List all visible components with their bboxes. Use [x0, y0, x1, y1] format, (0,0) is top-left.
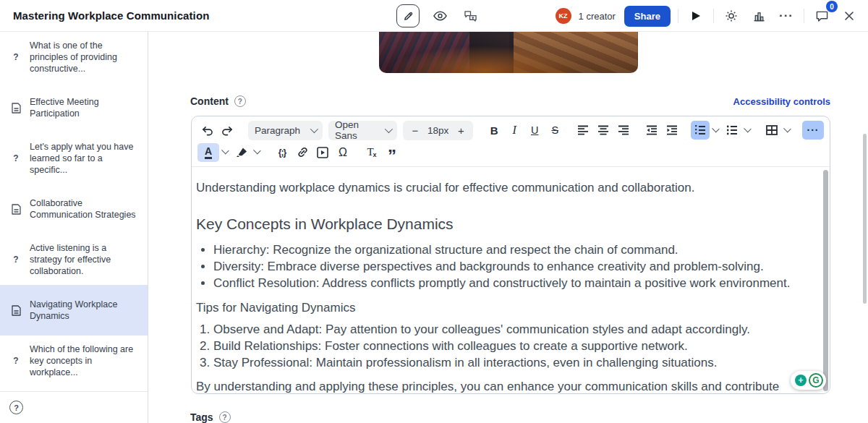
- indent-button[interactable]: [663, 121, 681, 140]
- sidebar-item-question-3[interactable]: ? Active listening is a strategy for eff…: [0, 234, 148, 285]
- ordered-list-button[interactable]: [691, 121, 710, 140]
- table-button[interactable]: [762, 121, 781, 140]
- editor-scrollbar[interactable]: [823, 170, 828, 391]
- paragraph-style-dropdown[interactable]: Paragraph: [248, 121, 323, 140]
- underline-button[interactable]: U: [525, 121, 544, 140]
- insert-media-button[interactable]: [313, 143, 332, 162]
- top-bar: Mastering Workplace Communication: [0, 0, 868, 32]
- creators-label: 1 creator: [579, 11, 616, 22]
- settings-button[interactable]: [721, 6, 741, 26]
- code-icon: {;}: [278, 148, 286, 158]
- toolbar-more-button[interactable]: ···: [802, 121, 824, 140]
- font-size-value: 18px: [423, 125, 453, 136]
- special-char-button[interactable]: Ω: [333, 143, 352, 162]
- sidebar-item-question-1[interactable]: ? What is one of the principles of provi…: [0, 32, 148, 82]
- more-options-button[interactable]: ···: [776, 6, 796, 26]
- strikethrough-icon: S: [551, 124, 558, 136]
- share-button[interactable]: Share: [624, 6, 671, 27]
- align-left-button[interactable]: [574, 121, 592, 140]
- bold-button[interactable]: B: [485, 121, 503, 140]
- paragraph: Understanding workplace dynamics is cruc…: [196, 179, 811, 196]
- document-icon: [10, 204, 22, 215]
- strikethrough-button[interactable]: S: [545, 121, 564, 140]
- tags-help-icon[interactable]: ?: [219, 411, 231, 423]
- text-color-icon: A: [205, 146, 212, 159]
- analytics-button[interactable]: [749, 6, 769, 26]
- outdent-icon: [646, 125, 658, 135]
- content-help-icon[interactable]: ?: [234, 95, 246, 107]
- outdent-button[interactable]: [642, 121, 661, 140]
- insert-link-button[interactable]: [293, 143, 312, 162]
- play-icon: [692, 12, 700, 20]
- question-icon: ?: [10, 255, 22, 265]
- paragraph: By understanding and applying these prin…: [196, 378, 811, 394]
- edit-mode-button[interactable]: [396, 4, 420, 27]
- comments-count-badge: 0: [826, 1, 838, 12]
- sidebar-item-lesson-1[interactable]: Effective Meeting Participation: [0, 82, 148, 133]
- grammarly-widget[interactable]: + G: [791, 371, 826, 390]
- document-icon: [10, 103, 22, 114]
- code-sample-button[interactable]: {;}: [273, 143, 292, 162]
- align-right-icon: [618, 125, 629, 135]
- accessibility-controls-link[interactable]: Accessibility controls: [733, 96, 830, 107]
- font-family-dropdown[interactable]: Open Sans: [328, 121, 397, 140]
- sidebar-item-question-2[interactable]: ? Let's apply what you have learned so f…: [0, 133, 148, 184]
- chat-bubble-icon: [815, 10, 829, 22]
- sidebar-item-label: What is one of the principles of providi…: [30, 40, 139, 74]
- rich-text-editor: Paragraph Open Sans − 18px + B I U S: [191, 116, 830, 394]
- blockquote-button[interactable]: ”: [383, 143, 401, 162]
- highlight-color-chevron[interactable]: [253, 147, 261, 155]
- video-icon: [317, 147, 328, 158]
- italic-button[interactable]: I: [505, 121, 524, 140]
- play-preview-button[interactable]: [686, 6, 706, 26]
- quote-icon: ”: [388, 145, 396, 160]
- ordered-list-chevron[interactable]: [712, 124, 720, 132]
- lesson-cover-image[interactable]: [379, 32, 638, 73]
- sidebar-footer: ?: [0, 391, 148, 423]
- highlight-color-button[interactable]: [232, 143, 251, 162]
- question-icon: ?: [10, 356, 22, 366]
- gear-icon: [725, 9, 738, 22]
- sidebar-item-lesson-2[interactable]: Collaborative Communication Strategies: [0, 184, 148, 234]
- font-size-decrease-button[interactable]: −: [407, 124, 423, 137]
- lesson-sidebar: ? What is one of the principles of provi…: [0, 32, 148, 423]
- bullet-list-chevron[interactable]: [744, 124, 752, 132]
- editor-content[interactable]: Understanding workplace dynamics is cruc…: [192, 167, 830, 394]
- list-item: Diversity: Embrace diverse perspectives …: [213, 258, 811, 275]
- document-icon: [10, 305, 22, 316]
- creator-avatar[interactable]: KZ: [556, 8, 571, 24]
- grammarly-logo-icon: G: [809, 373, 823, 388]
- divider: [713, 9, 714, 23]
- list-item: Build Relationships: Foster connections …: [213, 338, 811, 354]
- text-color-button[interactable]: A: [197, 143, 219, 162]
- pencil-icon: [403, 11, 414, 22]
- align-center-button[interactable]: [594, 121, 613, 140]
- sidebar-item-question-4[interactable]: ? Which of the following are key concept…: [0, 336, 148, 386]
- table-icon: [766, 125, 778, 135]
- text-color-chevron[interactable]: [221, 147, 229, 155]
- bullet-list-button[interactable]: [723, 121, 741, 140]
- font-size-increase-button[interactable]: +: [453, 124, 469, 137]
- font-size-stepper: − 18px +: [403, 121, 473, 140]
- chevron-down-icon: [310, 125, 318, 133]
- undo-button[interactable]: [197, 121, 216, 140]
- close-icon: [844, 11, 854, 21]
- page-scrollbar[interactable]: [863, 134, 867, 304]
- chevron-down-icon: [385, 125, 393, 133]
- align-right-button[interactable]: [614, 121, 633, 140]
- bullet-list-icon: [726, 125, 738, 135]
- question-icon: ?: [10, 52, 22, 62]
- translate-button[interactable]: [460, 6, 480, 26]
- redo-button[interactable]: [218, 121, 237, 140]
- table-chevron[interactable]: [783, 124, 791, 132]
- close-button[interactable]: [839, 6, 859, 26]
- translate-chat-icon: [464, 10, 477, 22]
- comments-button[interactable]: 0: [812, 6, 832, 26]
- link-icon: [297, 146, 309, 158]
- sidebar-item-lesson-3-selected[interactable]: Navigating Workplace Dynamics: [0, 285, 148, 336]
- section-heading: Key Concepts in Workplace Dynamics: [196, 215, 811, 232]
- clear-formatting-button[interactable]: Tx: [362, 143, 381, 162]
- sidebar-item-label: Navigating Workplace Dynamics: [30, 299, 139, 322]
- help-button[interactable]: ?: [9, 401, 23, 414]
- preview-button[interactable]: [430, 6, 450, 26]
